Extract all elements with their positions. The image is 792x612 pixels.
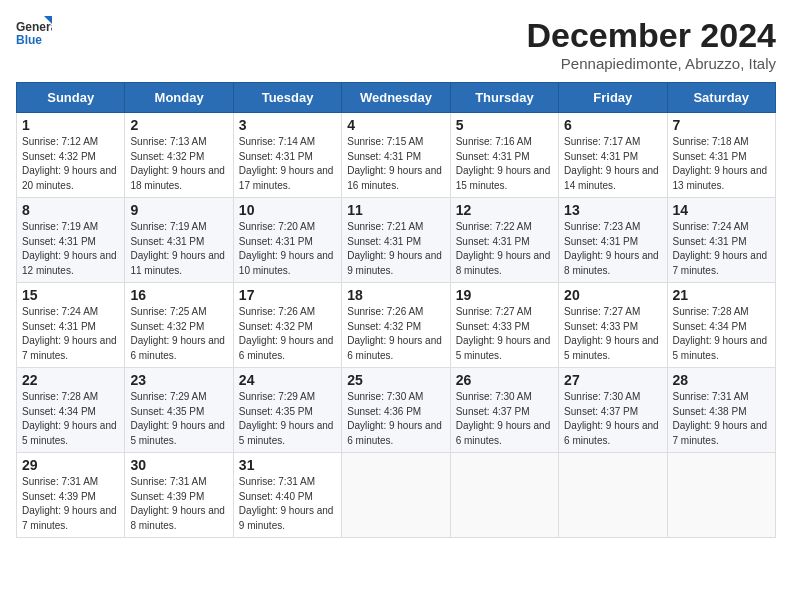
svg-text:Blue: Blue — [16, 33, 42, 47]
calendar-cell: 29 Sunrise: 7:31 AMSunset: 4:39 PMDaylig… — [17, 453, 125, 538]
day-number: 4 — [347, 117, 444, 133]
calendar-cell: 1 Sunrise: 7:12 AMSunset: 4:32 PMDayligh… — [17, 113, 125, 198]
calendar-cell: 11 Sunrise: 7:21 AMSunset: 4:31 PMDaylig… — [342, 198, 450, 283]
svg-text:General: General — [16, 20, 52, 34]
logo: General Blue — [16, 16, 52, 52]
weekday-header-row: SundayMondayTuesdayWednesdayThursdayFrid… — [17, 83, 776, 113]
day-info: Sunrise: 7:13 AMSunset: 4:32 PMDaylight:… — [130, 136, 225, 191]
day-number: 30 — [130, 457, 227, 473]
day-number: 7 — [673, 117, 770, 133]
day-info: Sunrise: 7:24 AMSunset: 4:31 PMDaylight:… — [22, 306, 117, 361]
calendar-cell: 18 Sunrise: 7:26 AMSunset: 4:32 PMDaylig… — [342, 283, 450, 368]
calendar-cell: 6 Sunrise: 7:17 AMSunset: 4:31 PMDayligh… — [559, 113, 667, 198]
day-info: Sunrise: 7:16 AMSunset: 4:31 PMDaylight:… — [456, 136, 551, 191]
day-number: 25 — [347, 372, 444, 388]
day-info: Sunrise: 7:31 AMSunset: 4:39 PMDaylight:… — [22, 476, 117, 531]
calendar-cell: 21 Sunrise: 7:28 AMSunset: 4:34 PMDaylig… — [667, 283, 775, 368]
calendar-cell: 7 Sunrise: 7:18 AMSunset: 4:31 PMDayligh… — [667, 113, 775, 198]
calendar-cell — [342, 453, 450, 538]
day-number: 11 — [347, 202, 444, 218]
calendar-cell: 28 Sunrise: 7:31 AMSunset: 4:38 PMDaylig… — [667, 368, 775, 453]
day-info: Sunrise: 7:25 AMSunset: 4:32 PMDaylight:… — [130, 306, 225, 361]
calendar-cell: 14 Sunrise: 7:24 AMSunset: 4:31 PMDaylig… — [667, 198, 775, 283]
day-info: Sunrise: 7:30 AMSunset: 4:36 PMDaylight:… — [347, 391, 442, 446]
calendar-cell: 2 Sunrise: 7:13 AMSunset: 4:32 PMDayligh… — [125, 113, 233, 198]
day-info: Sunrise: 7:18 AMSunset: 4:31 PMDaylight:… — [673, 136, 768, 191]
day-info: Sunrise: 7:12 AMSunset: 4:32 PMDaylight:… — [22, 136, 117, 191]
day-info: Sunrise: 7:20 AMSunset: 4:31 PMDaylight:… — [239, 221, 334, 276]
day-number: 22 — [22, 372, 119, 388]
page-title: December 2024 — [526, 16, 776, 55]
day-number: 31 — [239, 457, 336, 473]
page-subtitle: Pennapiedimonte, Abruzzo, Italy — [526, 55, 776, 72]
day-info: Sunrise: 7:29 AMSunset: 4:35 PMDaylight:… — [130, 391, 225, 446]
calendar-cell: 10 Sunrise: 7:20 AMSunset: 4:31 PMDaylig… — [233, 198, 341, 283]
day-info: Sunrise: 7:31 AMSunset: 4:38 PMDaylight:… — [673, 391, 768, 446]
weekday-header-saturday: Saturday — [667, 83, 775, 113]
calendar-cell — [667, 453, 775, 538]
day-info: Sunrise: 7:30 AMSunset: 4:37 PMDaylight:… — [456, 391, 551, 446]
day-number: 18 — [347, 287, 444, 303]
day-info: Sunrise: 7:31 AMSunset: 4:39 PMDaylight:… — [130, 476, 225, 531]
calendar-week-5: 29 Sunrise: 7:31 AMSunset: 4:39 PMDaylig… — [17, 453, 776, 538]
calendar-cell: 8 Sunrise: 7:19 AMSunset: 4:31 PMDayligh… — [17, 198, 125, 283]
day-number: 9 — [130, 202, 227, 218]
calendar-cell: 31 Sunrise: 7:31 AMSunset: 4:40 PMDaylig… — [233, 453, 341, 538]
day-info: Sunrise: 7:24 AMSunset: 4:31 PMDaylight:… — [673, 221, 768, 276]
day-info: Sunrise: 7:23 AMSunset: 4:31 PMDaylight:… — [564, 221, 659, 276]
logo-svg: General Blue — [16, 16, 52, 52]
weekday-header-friday: Friday — [559, 83, 667, 113]
day-number: 19 — [456, 287, 553, 303]
day-number: 26 — [456, 372, 553, 388]
calendar-cell: 30 Sunrise: 7:31 AMSunset: 4:39 PMDaylig… — [125, 453, 233, 538]
day-info: Sunrise: 7:27 AMSunset: 4:33 PMDaylight:… — [564, 306, 659, 361]
day-number: 13 — [564, 202, 661, 218]
day-number: 3 — [239, 117, 336, 133]
day-number: 24 — [239, 372, 336, 388]
day-number: 16 — [130, 287, 227, 303]
calendar-cell: 9 Sunrise: 7:19 AMSunset: 4:31 PMDayligh… — [125, 198, 233, 283]
calendar-cell: 5 Sunrise: 7:16 AMSunset: 4:31 PMDayligh… — [450, 113, 558, 198]
calendar-cell: 27 Sunrise: 7:30 AMSunset: 4:37 PMDaylig… — [559, 368, 667, 453]
day-info: Sunrise: 7:15 AMSunset: 4:31 PMDaylight:… — [347, 136, 442, 191]
day-number: 15 — [22, 287, 119, 303]
calendar-cell: 20 Sunrise: 7:27 AMSunset: 4:33 PMDaylig… — [559, 283, 667, 368]
day-number: 29 — [22, 457, 119, 473]
weekday-header-thursday: Thursday — [450, 83, 558, 113]
day-number: 28 — [673, 372, 770, 388]
calendar-cell: 19 Sunrise: 7:27 AMSunset: 4:33 PMDaylig… — [450, 283, 558, 368]
calendar-cell: 25 Sunrise: 7:30 AMSunset: 4:36 PMDaylig… — [342, 368, 450, 453]
day-number: 5 — [456, 117, 553, 133]
calendar-week-1: 1 Sunrise: 7:12 AMSunset: 4:32 PMDayligh… — [17, 113, 776, 198]
day-info: Sunrise: 7:26 AMSunset: 4:32 PMDaylight:… — [347, 306, 442, 361]
day-info: Sunrise: 7:30 AMSunset: 4:37 PMDaylight:… — [564, 391, 659, 446]
weekday-header-tuesday: Tuesday — [233, 83, 341, 113]
calendar-cell: 13 Sunrise: 7:23 AMSunset: 4:31 PMDaylig… — [559, 198, 667, 283]
day-info: Sunrise: 7:28 AMSunset: 4:34 PMDaylight:… — [22, 391, 117, 446]
day-number: 23 — [130, 372, 227, 388]
day-number: 6 — [564, 117, 661, 133]
day-info: Sunrise: 7:21 AMSunset: 4:31 PMDaylight:… — [347, 221, 442, 276]
day-info: Sunrise: 7:29 AMSunset: 4:35 PMDaylight:… — [239, 391, 334, 446]
day-info: Sunrise: 7:14 AMSunset: 4:31 PMDaylight:… — [239, 136, 334, 191]
calendar-cell — [450, 453, 558, 538]
day-number: 21 — [673, 287, 770, 303]
day-info: Sunrise: 7:28 AMSunset: 4:34 PMDaylight:… — [673, 306, 768, 361]
weekday-header-monday: Monday — [125, 83, 233, 113]
calendar-cell: 12 Sunrise: 7:22 AMSunset: 4:31 PMDaylig… — [450, 198, 558, 283]
day-info: Sunrise: 7:19 AMSunset: 4:31 PMDaylight:… — [22, 221, 117, 276]
day-info: Sunrise: 7:17 AMSunset: 4:31 PMDaylight:… — [564, 136, 659, 191]
calendar-cell — [559, 453, 667, 538]
calendar-week-3: 15 Sunrise: 7:24 AMSunset: 4:31 PMDaylig… — [17, 283, 776, 368]
calendar-cell: 15 Sunrise: 7:24 AMSunset: 4:31 PMDaylig… — [17, 283, 125, 368]
day-info: Sunrise: 7:27 AMSunset: 4:33 PMDaylight:… — [456, 306, 551, 361]
calendar-table: SundayMondayTuesdayWednesdayThursdayFrid… — [16, 82, 776, 538]
calendar-cell: 22 Sunrise: 7:28 AMSunset: 4:34 PMDaylig… — [17, 368, 125, 453]
calendar-cell: 17 Sunrise: 7:26 AMSunset: 4:32 PMDaylig… — [233, 283, 341, 368]
day-number: 20 — [564, 287, 661, 303]
calendar-cell: 3 Sunrise: 7:14 AMSunset: 4:31 PMDayligh… — [233, 113, 341, 198]
page-header: General Blue December 2024 Pennapiedimon… — [16, 16, 776, 72]
title-area: December 2024 Pennapiedimonte, Abruzzo, … — [526, 16, 776, 72]
weekday-header-wednesday: Wednesday — [342, 83, 450, 113]
calendar-cell: 23 Sunrise: 7:29 AMSunset: 4:35 PMDaylig… — [125, 368, 233, 453]
